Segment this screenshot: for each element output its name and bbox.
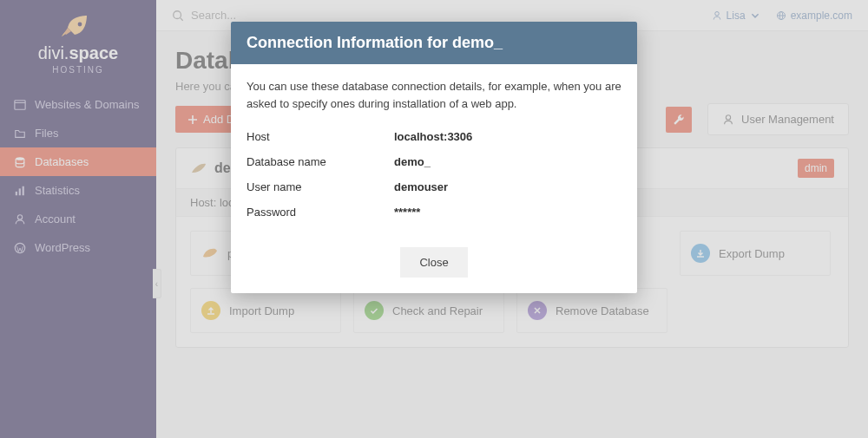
info-label: User name bbox=[247, 180, 394, 193]
info-value: demo_ bbox=[394, 155, 431, 168]
close-button[interactable]: Close bbox=[400, 247, 467, 278]
modal-body: You can use these database connection de… bbox=[231, 64, 637, 239]
info-label: Host bbox=[247, 130, 394, 143]
info-row-host: Host localhost:3306 bbox=[247, 124, 621, 149]
modal-footer: Close bbox=[231, 239, 637, 293]
connection-info-modal: Connection Information for demo_ You can… bbox=[231, 22, 637, 293]
info-value: demouser bbox=[394, 180, 448, 193]
info-row-dbname: Database name demo_ bbox=[247, 149, 621, 174]
info-row-password: Password ****** bbox=[247, 199, 621, 225]
info-value: ****** bbox=[394, 206, 420, 219]
info-label: Database name bbox=[247, 155, 394, 168]
info-row-username: User name demouser bbox=[247, 174, 621, 199]
info-label: Password bbox=[247, 206, 394, 219]
modal-description: You can use these database connection de… bbox=[247, 78, 621, 112]
modal-title: Connection Information for demo_ bbox=[231, 22, 637, 64]
info-value: localhost:3306 bbox=[394, 130, 472, 143]
